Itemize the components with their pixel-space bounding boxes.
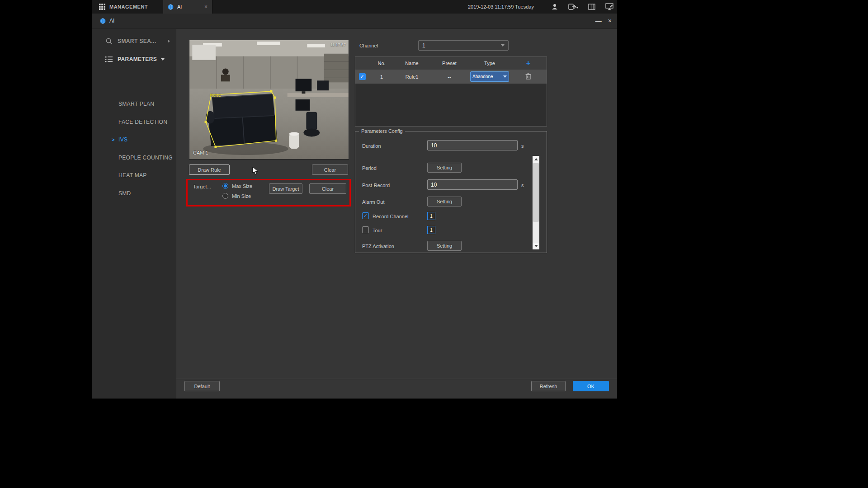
camera-name-overlay: CAM 1 (193, 150, 208, 155)
rule-type-dropdown[interactable]: Abandone (470, 71, 509, 82)
window-title: AI (109, 18, 114, 24)
sidebar-item-smd[interactable]: SMD (92, 187, 176, 200)
record-channel-value[interactable]: 1 (427, 212, 435, 220)
sidebar-item-label: PEOPLE COUNTING (118, 155, 173, 161)
post-record-label: Post-Record (362, 183, 390, 188)
ptz-setting-button[interactable]: Setting (427, 241, 462, 251)
parameters-config-legend: Parameters Config (359, 128, 405, 134)
rule-no: 1 (369, 74, 394, 80)
video-preview[interactable]: Rule1 CAM 1 11:17:57 (189, 40, 349, 160)
tour-value[interactable]: 1 (427, 226, 435, 234)
user-icon[interactable] (551, 3, 558, 10)
sidebar-item-smart-plan[interactable]: SMART PLAN (92, 98, 176, 110)
record-channel-checkbox[interactable]: ✓ (362, 212, 369, 219)
minimize-icon[interactable]: — (595, 17, 602, 24)
default-button[interactable]: Default (184, 381, 220, 391)
channel-label: Channel (359, 43, 378, 48)
parameters-list-icon (105, 56, 113, 62)
video-timestamp-overlay: 11:17:57 (330, 42, 346, 47)
app-window: MANAGEMENT AI × 2019-12-03 11:17:59 Tues… (92, 0, 617, 399)
draw-rule-button[interactable]: Draw Rule (189, 164, 230, 175)
duration-input[interactable] (427, 140, 518, 150)
window-title-bar: AI — × (92, 14, 617, 29)
sidebar-item-smart-search[interactable]: SMART SEA... (92, 33, 176, 49)
tab-ai[interactable]: AI × (163, 0, 212, 14)
chevron-down-icon (503, 75, 507, 78)
sidebar-item-ivs[interactable]: > IVS (92, 133, 176, 146)
add-rule-button[interactable]: + (526, 59, 530, 67)
rules-table-header: No. Name Preset Type + (355, 57, 547, 70)
scroll-up-icon[interactable] (533, 156, 539, 163)
mouse-cursor (252, 166, 258, 175)
collapse-arrow-icon (161, 58, 165, 61)
alarm-out-setting-button[interactable]: Setting (427, 197, 462, 206)
rule-preset: -- (429, 74, 469, 80)
rule-name-overlay: Rule1 (210, 93, 221, 98)
sidebar: SMART SEA... PARAMETERS SMART PLAN FACE … (92, 29, 176, 399)
channel-value: 1 (422, 42, 425, 49)
logout-icon[interactable] (568, 3, 578, 10)
selected-chevron-icon: > (112, 137, 115, 142)
trash-icon[interactable] (525, 73, 531, 80)
scroll-down-icon[interactable] (533, 243, 539, 249)
sidebar-item-parameters[interactable]: PARAMETERS (92, 52, 176, 67)
camera-scene (189, 40, 349, 159)
period-setting-button[interactable]: Setting (427, 163, 462, 173)
footer-divider (176, 379, 617, 379)
ptz-activation-label: PTZ Activation (362, 244, 394, 249)
sidebar-item-label: SMART SEA... (118, 38, 156, 44)
rule-type-value: Abandone (472, 74, 493, 79)
sidebar-item-label: IVS (118, 136, 127, 143)
rule-enable-checkbox[interactable]: ✓ (359, 73, 366, 80)
top-bar: MANAGEMENT AI × 2019-12-03 11:17:59 Tues… (92, 0, 617, 14)
grid-menu-icon (99, 4, 105, 10)
table-row[interactable]: ✓ 1 Rule1 -- Abandone (355, 70, 547, 84)
rule-name: Rule1 (394, 74, 429, 80)
min-size-label: Min Size (232, 193, 251, 199)
col-header-no: No. (369, 61, 394, 66)
record-channel-label: Record Channel (373, 214, 409, 219)
scrollbar-thumb[interactable] (533, 163, 539, 222)
min-size-radio[interactable] (222, 193, 228, 199)
alarm-out-label: Alarm Out (362, 199, 385, 205)
col-header-type: Type (469, 61, 510, 66)
globe-icon (100, 18, 106, 24)
sidebar-item-label: HEAT MAP (118, 172, 147, 178)
expand-arrow-icon (168, 39, 170, 43)
tab-close-icon[interactable]: × (204, 4, 208, 10)
ok-button[interactable]: OK (573, 381, 609, 391)
max-size-radio[interactable] (222, 183, 228, 189)
layout-icon[interactable] (588, 3, 595, 10)
clear-target-button[interactable]: Clear (309, 183, 346, 194)
post-record-unit: s (521, 183, 524, 188)
tour-label: Tour (373, 228, 382, 233)
clear-rule-button[interactable]: Clear (312, 164, 348, 175)
duration-label: Duration (362, 143, 381, 149)
sidebar-item-label: SMD (118, 190, 131, 197)
sidebar-item-heat-map[interactable]: HEAT MAP (92, 169, 176, 182)
close-icon[interactable]: × (608, 17, 612, 24)
globe-icon (168, 4, 174, 10)
sidebar-item-label: FACE DETECTION (118, 119, 167, 125)
rules-table: No. Name Preset Type + ✓ 1 Rule1 -- Aban… (355, 56, 547, 127)
col-header-preset: Preset (429, 61, 469, 66)
chevron-down-icon (501, 44, 505, 47)
params-scrollbar[interactable] (533, 156, 539, 249)
refresh-button[interactable]: Refresh (531, 381, 566, 391)
smart-search-icon (105, 38, 113, 45)
management-tab[interactable]: MANAGEMENT (92, 0, 162, 14)
duration-unit: s (521, 143, 524, 149)
display-icon[interactable] (605, 3, 613, 10)
tab-ai-label: AI (177, 4, 182, 9)
sidebar-item-people-counting[interactable]: PEOPLE COUNTING (92, 151, 176, 164)
management-label: MANAGEMENT (109, 4, 148, 9)
tour-checkbox[interactable] (362, 226, 369, 233)
max-size-label: Max Size (232, 183, 252, 189)
post-record-input[interactable] (427, 179, 518, 190)
period-label: Period (362, 165, 377, 171)
channel-dropdown[interactable]: 1 (418, 40, 509, 51)
col-header-name: Name (394, 61, 429, 66)
draw-target-button[interactable]: Draw Target (269, 183, 302, 194)
sidebar-item-face-detection[interactable]: FACE DETECTION (92, 116, 176, 128)
target-label: Target... (193, 184, 211, 189)
